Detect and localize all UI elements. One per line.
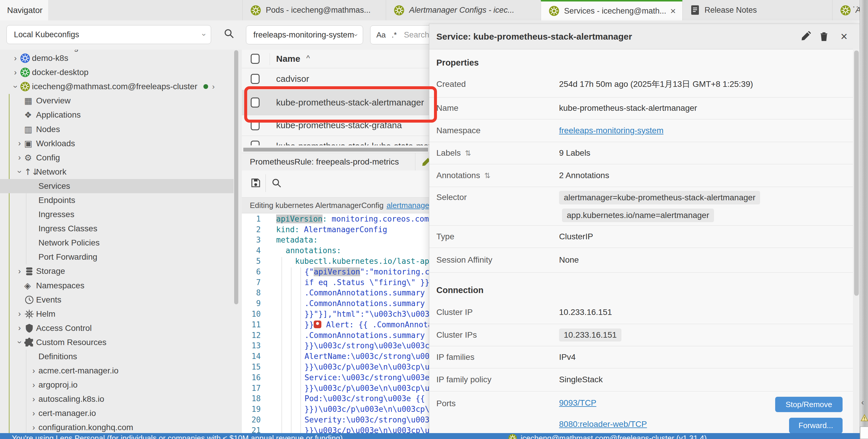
forward-button[interactable]: Forward... xyxy=(789,418,843,433)
chevron-icon[interactable]: › xyxy=(11,82,20,91)
sidebar-item-access-control[interactable]: › Access Control › xyxy=(0,321,234,335)
search-icon[interactable] xyxy=(223,28,235,39)
line-number: 2 xyxy=(242,225,265,234)
sidebar-item-port-forwarding[interactable]: Port Forwarding › xyxy=(0,250,234,264)
horizontal-scrollbar[interactable] xyxy=(243,148,428,151)
sidebar-item-label: autoscaling.k8s.io xyxy=(38,394,104,404)
line-number: 8 xyxy=(242,288,265,297)
sidebar-scrollbar[interactable] xyxy=(234,50,238,304)
adjacent-window-edge: ‹ xyxy=(860,0,868,439)
chevron-icon[interactable]: › xyxy=(15,309,24,318)
property-label: Created xyxy=(436,79,466,89)
network-icon: ↑↓ xyxy=(24,167,36,177)
chevron-icon[interactable]: › xyxy=(11,54,20,63)
sidebar-item-helm[interactable]: › Helm › xyxy=(0,307,234,321)
kubernetes-icon xyxy=(20,81,32,92)
sidebar-item-label: Port Forwarding xyxy=(38,252,97,262)
row-checkbox[interactable] xyxy=(251,141,259,145)
sidebar-item-autoscaling-k8s-io[interactable]: › autoscaling.k8s.io › xyxy=(0,392,234,406)
sidebar-item-demo-k8s[interactable]: › demo-k8s › xyxy=(0,51,234,65)
chevron-icon[interactable]: › xyxy=(29,380,38,390)
tab-release-notes[interactable]: Release Notes xyxy=(682,0,832,21)
sidebar-item-storage[interactable]: › Storage › xyxy=(0,264,234,278)
sidebar-item-icecheng-mathmast-com-freeleaps-cluster[interactable]: › icecheng@mathmast.com@freeleaps-cluste… xyxy=(0,79,234,94)
row-checkbox[interactable] xyxy=(251,74,259,84)
chevron-icon[interactable]: › xyxy=(15,324,24,333)
sidebar-item-overview[interactable]: ▦ Overview › xyxy=(0,94,234,108)
tab-pods[interactable]: Pods - icecheng@mathmas... xyxy=(242,0,386,21)
editing-object-link[interactable]: alertmanager xyxy=(386,201,432,210)
sidebar-item-applications[interactable]: ❖ Applications › xyxy=(0,108,234,122)
sidebar-item-argoproj-io[interactable]: › argoproj.io › xyxy=(0,378,234,392)
search-icon[interactable] xyxy=(271,177,282,189)
tab-services[interactable]: Services - icecheng@math... × xyxy=(541,0,682,21)
code-text: kind: AlertmanagerConfig xyxy=(276,225,387,234)
line-number: 6 xyxy=(242,267,265,276)
drawer-scrollbar[interactable] xyxy=(854,50,859,296)
code-text: .CommonAnnotations.summary }}- xyxy=(305,288,443,297)
save-icon[interactable] xyxy=(250,177,261,189)
sort-toggle-icon[interactable]: ⇅ xyxy=(484,171,491,180)
regex-toggle[interactable]: .* xyxy=(392,30,397,40)
selector-badge: alertmanager=kube-prometheus-stack-alert… xyxy=(559,191,760,204)
property-value: 10.233.16.151 xyxy=(559,308,612,317)
sidebar-item-cert-manager-io[interactable]: › cert-manager.io › xyxy=(0,406,234,420)
sidebar-item-definitions[interactable]: Definitions › xyxy=(0,349,234,364)
sidebar-item-configuration-konghq-com[interactable]: › configuration.konghq.com › xyxy=(0,420,234,433)
chevron-right-icon: › xyxy=(212,82,215,91)
sidebar-item-workloads[interactable]: › ▣ Workloads › xyxy=(0,136,234,151)
kubeconfig-select[interactable]: Local Kubeconfigs › xyxy=(6,25,211,44)
sidebar-item-network[interactable]: › ↑↓ Network › xyxy=(0,165,234,179)
config-icon: ⚙ xyxy=(24,153,36,163)
edit-icon[interactable] xyxy=(800,31,811,42)
navigator-panel-tab[interactable]: Navigator xyxy=(0,0,48,21)
sidebar-item-label: Ingress Classes xyxy=(38,224,97,233)
sort-toggle-icon[interactable]: ⇅ xyxy=(465,149,471,157)
window-fragment xyxy=(860,427,868,439)
match-case-toggle[interactable]: Aa xyxy=(376,30,386,40)
sidebar-item-services[interactable]: Services › xyxy=(0,179,234,193)
chevron-icon[interactable]: › xyxy=(15,139,24,148)
tab-alertmanager-configs[interactable]: Alertmanager Configs - icec... xyxy=(386,0,541,21)
namespace-select-value: freeleaps-monitoring-system xyxy=(253,30,354,40)
chevron-icon[interactable]: › xyxy=(29,423,38,432)
drawer-title: Service: kube-prometheus-stack-alertmana… xyxy=(436,32,632,42)
sidebar-item-events[interactable]: Events › xyxy=(0,293,234,307)
port-link-9093[interactable]: 9093/TCP xyxy=(559,398,596,408)
sidebar-item-nodes[interactable]: ▥ Nodes › xyxy=(0,122,234,136)
sidebar-item-acme-cert-manager-io[interactable]: › acme.cert-manager.io › xyxy=(0,364,234,378)
sidebar-item-config[interactable]: › ⚙ Config › xyxy=(0,151,234,165)
port-link-8080[interactable]: 8080:reloader-web/TCP xyxy=(559,419,647,429)
chevron-icon[interactable]: › xyxy=(15,338,24,347)
close-icon[interactable]: × xyxy=(839,31,849,42)
chevron-icon[interactable]: › xyxy=(29,409,38,418)
chevron-icon[interactable]: › xyxy=(11,68,20,77)
sidebar-item-namespaces[interactable]: ◈ Namespaces › xyxy=(0,279,234,293)
active-cluster-status[interactable]: icecheng@mathmast.com@freeleaps-cluster … xyxy=(521,434,707,439)
sidebar-item-docker-desktop[interactable]: › docker-desktop › xyxy=(0,65,234,79)
sidebar-item-label: icecheng@mathmast.com@freeleaps-cluster xyxy=(32,82,197,91)
name-column-header[interactable]: Name xyxy=(276,54,300,64)
chevron-icon[interactable]: › xyxy=(15,167,24,177)
chevron-icon[interactable]: › xyxy=(29,366,38,375)
chevron-down-icon: › xyxy=(199,33,209,36)
sort-ascending-icon[interactable]: ^ xyxy=(306,54,310,63)
chevron-icon[interactable]: › xyxy=(29,395,38,404)
navigator-label: Navigator xyxy=(7,6,42,15)
divider xyxy=(415,153,415,171)
chevron-icon[interactable]: › xyxy=(15,267,24,276)
chevron-icon[interactable]: › xyxy=(15,153,24,162)
sidebar-item-ingresses[interactable]: Ingresses › xyxy=(0,207,234,222)
property-value: ClusterIP xyxy=(559,232,593,241)
sidebar-item-network-policies[interactable]: Network Policies › xyxy=(0,236,234,250)
sidebar-item-endpoints[interactable]: Endpoints › xyxy=(0,193,234,207)
close-icon[interactable]: × xyxy=(670,6,676,16)
select-all-checkbox[interactable] xyxy=(251,54,259,64)
property-row-namespace: Namespace freeleaps-monitoring-system xyxy=(429,119,853,142)
namespace-link[interactable]: freeleaps-monitoring-system xyxy=(559,126,663,135)
sidebar-item-ingress-classes[interactable]: Ingress Classes › xyxy=(0,222,234,236)
sidebar-item-custom-resources[interactable]: › Custom Resources › xyxy=(0,335,234,349)
delete-icon[interactable] xyxy=(818,31,829,42)
namespace-select[interactable]: freeleaps-monitoring-system › xyxy=(246,25,363,44)
stop-remove-button[interactable]: Stop/Remove xyxy=(775,397,843,412)
